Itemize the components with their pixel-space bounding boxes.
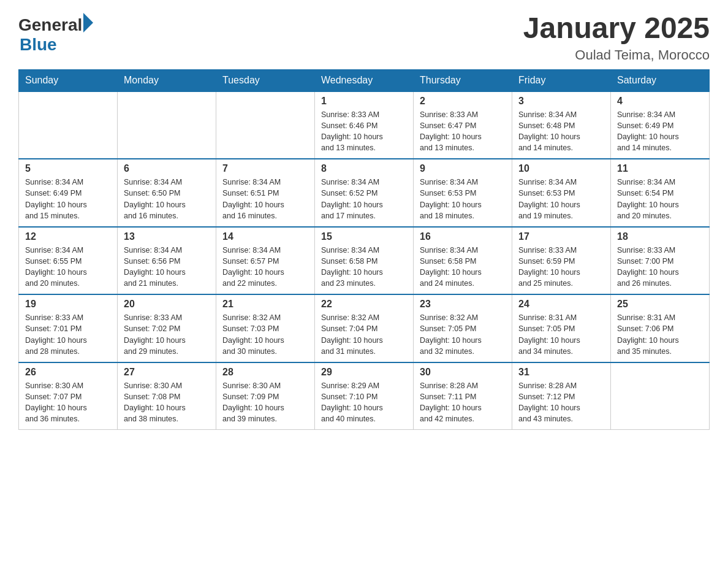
day-number: 21	[222, 299, 308, 310]
day-number: 30	[420, 367, 506, 378]
calendar-week-row: 12Sunrise: 8:34 AM Sunset: 6:55 PM Dayli…	[19, 227, 710, 295]
calendar-cell: 19Sunrise: 8:33 AM Sunset: 7:01 PM Dayli…	[19, 294, 118, 362]
day-info: Sunrise: 8:33 AM Sunset: 6:47 PM Dayligh…	[420, 109, 506, 154]
day-number: 10	[518, 163, 604, 174]
day-info: Sunrise: 8:34 AM Sunset: 6:56 PM Dayligh…	[124, 245, 210, 289]
calendar-cell	[216, 91, 315, 159]
calendar-cell: 9Sunrise: 8:34 AM Sunset: 6:53 PM Daylig…	[414, 159, 512, 227]
calendar-cell: 5Sunrise: 8:34 AM Sunset: 6:49 PM Daylig…	[19, 159, 118, 227]
day-number: 19	[25, 299, 111, 310]
day-number: 9	[420, 163, 506, 174]
calendar-cell: 20Sunrise: 8:33 AM Sunset: 7:02 PM Dayli…	[118, 294, 216, 362]
day-info: Sunrise: 8:30 AM Sunset: 7:09 PM Dayligh…	[222, 380, 308, 425]
day-info: Sunrise: 8:34 AM Sunset: 6:48 PM Dayligh…	[518, 109, 604, 154]
logo-blue-text: Blue	[20, 35, 57, 54]
calendar-cell: 27Sunrise: 8:30 AM Sunset: 7:08 PM Dayli…	[118, 362, 216, 430]
calendar-cell: 14Sunrise: 8:34 AM Sunset: 6:57 PM Dayli…	[216, 227, 315, 295]
day-number: 18	[617, 231, 703, 242]
day-number: 16	[420, 231, 506, 242]
day-number: 1	[321, 96, 407, 107]
day-number: 14	[222, 231, 308, 242]
day-info: Sunrise: 8:32 AM Sunset: 7:03 PM Dayligh…	[222, 312, 308, 357]
logo-arrow-icon	[83, 13, 93, 33]
calendar-cell: 7Sunrise: 8:34 AM Sunset: 6:51 PM Daylig…	[216, 159, 315, 227]
calendar-cell: 16Sunrise: 8:34 AM Sunset: 6:58 PM Dayli…	[414, 227, 512, 295]
calendar-week-row: 19Sunrise: 8:33 AM Sunset: 7:01 PM Dayli…	[19, 294, 710, 362]
column-header-monday: Monday	[118, 69, 216, 91]
logo: General Blue	[18, 15, 93, 55]
day-info: Sunrise: 8:34 AM Sunset: 6:49 PM Dayligh…	[617, 109, 703, 154]
calendar-cell: 12Sunrise: 8:34 AM Sunset: 6:55 PM Dayli…	[19, 227, 118, 295]
calendar-cell: 26Sunrise: 8:30 AM Sunset: 7:07 PM Dayli…	[19, 362, 118, 430]
calendar-cell: 23Sunrise: 8:32 AM Sunset: 7:05 PM Dayli…	[414, 294, 512, 362]
day-info: Sunrise: 8:34 AM Sunset: 6:58 PM Dayligh…	[321, 245, 407, 289]
calendar-cell: 31Sunrise: 8:28 AM Sunset: 7:12 PM Dayli…	[512, 362, 611, 430]
day-number: 29	[321, 367, 407, 378]
day-info: Sunrise: 8:34 AM Sunset: 6:51 PM Dayligh…	[222, 177, 308, 221]
day-info: Sunrise: 8:33 AM Sunset: 7:02 PM Dayligh…	[124, 312, 210, 357]
day-info: Sunrise: 8:31 AM Sunset: 7:05 PM Dayligh…	[518, 312, 604, 357]
day-number: 25	[617, 299, 703, 310]
calendar-subtitle: Oulad Teima, Morocco	[523, 47, 710, 63]
day-number: 22	[321, 299, 407, 310]
day-info: Sunrise: 8:33 AM Sunset: 7:00 PM Dayligh…	[617, 245, 703, 289]
logo-general-text: General	[18, 15, 82, 35]
day-info: Sunrise: 8:28 AM Sunset: 7:12 PM Dayligh…	[518, 380, 604, 425]
day-info: Sunrise: 8:34 AM Sunset: 6:57 PM Dayligh…	[222, 245, 308, 289]
calendar-cell: 15Sunrise: 8:34 AM Sunset: 6:58 PM Dayli…	[315, 227, 414, 295]
calendar-cell: 2Sunrise: 8:33 AM Sunset: 6:47 PM Daylig…	[414, 91, 512, 159]
day-number: 5	[25, 163, 111, 174]
day-number: 15	[321, 231, 407, 242]
day-info: Sunrise: 8:34 AM Sunset: 6:52 PM Dayligh…	[321, 177, 407, 221]
calendar-title: January 2025	[523, 12, 710, 45]
calendar-cell: 25Sunrise: 8:31 AM Sunset: 7:06 PM Dayli…	[611, 294, 710, 362]
calendar-week-row: 5Sunrise: 8:34 AM Sunset: 6:49 PM Daylig…	[19, 159, 710, 227]
calendar-cell: 29Sunrise: 8:29 AM Sunset: 7:10 PM Dayli…	[315, 362, 414, 430]
day-number: 6	[124, 163, 210, 174]
calendar-cell: 6Sunrise: 8:34 AM Sunset: 6:50 PM Daylig…	[118, 159, 216, 227]
day-info: Sunrise: 8:34 AM Sunset: 6:53 PM Dayligh…	[518, 177, 604, 221]
day-info: Sunrise: 8:33 AM Sunset: 6:59 PM Dayligh…	[518, 245, 604, 289]
calendar-cell: 13Sunrise: 8:34 AM Sunset: 6:56 PM Dayli…	[118, 227, 216, 295]
calendar-cell: 4Sunrise: 8:34 AM Sunset: 6:49 PM Daylig…	[611, 91, 710, 159]
day-number: 31	[518, 367, 604, 378]
day-info: Sunrise: 8:31 AM Sunset: 7:06 PM Dayligh…	[617, 312, 703, 357]
calendar-week-row: 26Sunrise: 8:30 AM Sunset: 7:07 PM Dayli…	[19, 362, 710, 430]
column-header-wednesday: Wednesday	[315, 69, 414, 91]
day-number: 11	[617, 163, 703, 174]
day-info: Sunrise: 8:34 AM Sunset: 6:49 PM Dayligh…	[25, 177, 111, 221]
calendar-cell: 8Sunrise: 8:34 AM Sunset: 6:52 PM Daylig…	[315, 159, 414, 227]
day-info: Sunrise: 8:34 AM Sunset: 6:58 PM Dayligh…	[420, 245, 506, 289]
day-info: Sunrise: 8:34 AM Sunset: 6:53 PM Dayligh…	[420, 177, 506, 221]
day-info: Sunrise: 8:34 AM Sunset: 6:50 PM Dayligh…	[124, 177, 210, 221]
day-number: 12	[25, 231, 111, 242]
day-number: 24	[518, 299, 604, 310]
day-number: 13	[124, 231, 210, 242]
calendar-week-row: 1Sunrise: 8:33 AM Sunset: 6:46 PM Daylig…	[19, 91, 710, 159]
day-number: 23	[420, 299, 506, 310]
calendar-cell: 1Sunrise: 8:33 AM Sunset: 6:46 PM Daylig…	[315, 91, 414, 159]
day-info: Sunrise: 8:28 AM Sunset: 7:11 PM Dayligh…	[420, 380, 506, 425]
day-number: 17	[518, 231, 604, 242]
logo-block: General Blue	[18, 15, 93, 55]
day-info: Sunrise: 8:34 AM Sunset: 6:54 PM Dayligh…	[617, 177, 703, 221]
calendar-cell: 11Sunrise: 8:34 AM Sunset: 6:54 PM Dayli…	[611, 159, 710, 227]
calendar-cell: 21Sunrise: 8:32 AM Sunset: 7:03 PM Dayli…	[216, 294, 315, 362]
column-header-sunday: Sunday	[19, 69, 118, 91]
calendar-header-row: SundayMondayTuesdayWednesdayThursdayFrid…	[19, 69, 710, 91]
column-header-thursday: Thursday	[414, 69, 512, 91]
day-info: Sunrise: 8:32 AM Sunset: 7:04 PM Dayligh…	[321, 312, 407, 357]
day-info: Sunrise: 8:30 AM Sunset: 7:07 PM Dayligh…	[25, 380, 111, 425]
day-number: 8	[321, 163, 407, 174]
calendar-cell	[611, 362, 710, 430]
calendar-cell: 24Sunrise: 8:31 AM Sunset: 7:05 PM Dayli…	[512, 294, 611, 362]
day-info: Sunrise: 8:32 AM Sunset: 7:05 PM Dayligh…	[420, 312, 506, 357]
page-header: General Blue January 2025 Oulad Teima, M…	[18, 12, 710, 63]
calendar-cell	[19, 91, 118, 159]
calendar-cell: 17Sunrise: 8:33 AM Sunset: 6:59 PM Dayli…	[512, 227, 611, 295]
title-block: January 2025 Oulad Teima, Morocco	[523, 12, 710, 63]
day-info: Sunrise: 8:34 AM Sunset: 6:55 PM Dayligh…	[25, 245, 111, 289]
calendar-cell: 10Sunrise: 8:34 AM Sunset: 6:53 PM Dayli…	[512, 159, 611, 227]
day-number: 26	[25, 367, 111, 378]
day-number: 3	[518, 96, 604, 107]
